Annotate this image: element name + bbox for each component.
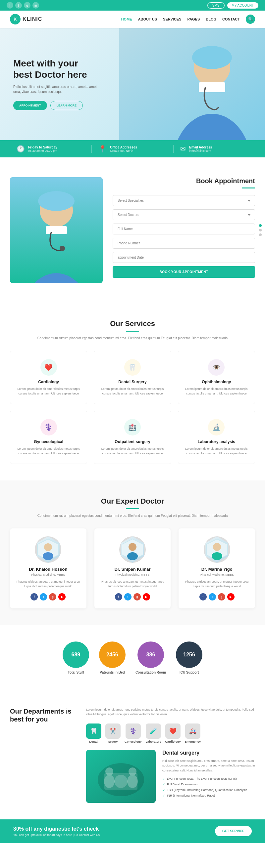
- doctor-title-2: Physical Medicine, MBBS: [100, 573, 166, 576]
- doctor-fb-2[interactable]: f: [115, 593, 122, 600]
- stat-circle-2: 2456: [99, 642, 126, 668]
- linkedin-icon[interactable]: in: [32, 2, 39, 9]
- specialties-select[interactable]: Select Specialties: [113, 195, 255, 206]
- check-icon-1: ✓: [162, 777, 165, 781]
- dept-left: Our Departments is best for you: [10, 707, 76, 803]
- info-email-value: infor@klinic.com: [189, 149, 212, 152]
- facebook-icon[interactable]: f: [7, 2, 13, 9]
- hero-section: Meet with your best Doctor here Ridiculu…: [0, 28, 265, 140]
- doctor-image: [10, 177, 103, 283]
- cta-button[interactable]: GET SERVICE: [215, 826, 252, 836]
- nav-services[interactable]: SERVICES: [163, 17, 181, 21]
- navigation: K KLINIC HOME ABOUT US SERVICES PAGES BL…: [0, 10, 265, 28]
- doctor-avatar-2: [119, 536, 146, 563]
- top-bar: f t g in SMS MY ACCOUNT: [0, 0, 265, 10]
- svg-point-8: [38, 191, 75, 211]
- nav-about[interactable]: ABOUT US: [138, 17, 157, 21]
- nav-blog[interactable]: BLOG: [206, 17, 216, 21]
- info-address-label: Office Addresses: [110, 146, 137, 149]
- appointment-button[interactable]: APPOINTMENT: [13, 101, 47, 110]
- dept-tab-emergency[interactable]: 🚑 Emergency: [185, 723, 201, 743]
- doctor-title-3: Physical Medicine, MBBS: [184, 573, 250, 576]
- svg-point-26: [129, 768, 136, 775]
- dot-2[interactable]: [259, 229, 262, 231]
- service-dental: 🦷 Dental Surgery Lorem ipsum dolor sit a…: [94, 351, 171, 404]
- doctor-gp-3[interactable]: g: [218, 593, 225, 600]
- ophthalmology-icon: 👁️: [208, 359, 224, 376]
- laboratory-tab-label: Laboratory: [146, 740, 161, 743]
- doctor-tw-3[interactable]: t: [209, 593, 216, 600]
- service-ophthalmology-name: Ophthalmology: [184, 380, 249, 384]
- dot-1[interactable]: [259, 224, 262, 227]
- doctor-tw-1[interactable]: t: [40, 593, 47, 600]
- dept-tab-laboratory[interactable]: 🧪 Laboratory: [146, 723, 161, 743]
- hero-title: Meet with your best Doctor here: [13, 58, 99, 80]
- doctor-yt-3[interactable]: ▶: [227, 593, 235, 600]
- surgery-tab-icon: ✂️: [105, 723, 121, 739]
- googleplus-icon[interactable]: g: [24, 2, 30, 9]
- dept-tab-gynecology[interactable]: ⚕️ Gynecology: [125, 723, 142, 743]
- dept-layout: Our Departments is best for you Lorem ip…: [10, 707, 255, 803]
- doctors-select[interactable]: Select Doctors: [113, 209, 255, 220]
- doctor-gp-2[interactable]: g: [133, 593, 141, 600]
- date-input[interactable]: [113, 252, 255, 263]
- stat-label-3: Consultation Room: [135, 671, 166, 674]
- svg-point-27: [127, 775, 138, 788]
- nav-pages[interactable]: PAGES: [187, 17, 200, 21]
- nav-home[interactable]: HOME: [121, 17, 132, 21]
- doctor-card-1: Dr. Khalod Hosson Physical Medicine, MBB…: [10, 528, 86, 609]
- dept-detail: Dental surgery Ridiculus elit amet sagit…: [86, 750, 255, 803]
- dept-right: Lorem ipsum dolor sit amet, nunc sodales…: [86, 707, 255, 803]
- svg-point-23: [114, 775, 128, 788]
- doctor-yt-2[interactable]: ▶: [143, 593, 150, 600]
- doctors-underline: [126, 508, 139, 509]
- dept-feature-4: ✓ INR (International Normalized Ratio): [162, 793, 255, 799]
- clock-icon: 🕐: [17, 145, 25, 153]
- check-icon-4: ✓: [162, 794, 165, 798]
- doctor-desc-2: Phasrus ultrices anrsean, ut metust inte…: [100, 580, 166, 589]
- phone-input[interactable]: [113, 238, 255, 249]
- info-email: ✉ Email Address infor@klinic.com: [174, 145, 255, 153]
- doctor-tw-2[interactable]: t: [124, 593, 132, 600]
- twitter-icon[interactable]: t: [15, 2, 22, 9]
- svg-point-25: [104, 775, 115, 788]
- svg-point-16: [127, 552, 138, 560]
- service-laboratory-name: Laboratory analysis: [184, 439, 249, 444]
- fullname-input[interactable]: [113, 223, 255, 235]
- search-icon[interactable]: 🔍: [246, 14, 255, 24]
- doctors-grid: Dr. Khalod Hosson Physical Medicine, MBB…: [10, 528, 255, 609]
- book-appointment-button[interactable]: BOOK YOUR APPOINTMENT: [113, 266, 255, 278]
- gynecology-tab-label: Gynecology: [125, 740, 142, 743]
- svg-point-24: [105, 768, 113, 775]
- stat-patients: 2456 Pateunts in Bed: [99, 642, 126, 674]
- doctor-desc-1: Phasrus ultrices anrsean, ut metust inte…: [15, 580, 81, 589]
- dept-info: Dental surgery Ridiculus elit amet sagit…: [162, 750, 255, 803]
- dept-tab-cardiology[interactable]: ❤️ Cardiology: [165, 723, 181, 743]
- doctor-fb-1[interactable]: f: [30, 593, 38, 600]
- nav-contact[interactable]: CONTACT: [222, 17, 240, 21]
- doctor-fb-3[interactable]: f: [200, 593, 207, 600]
- doctor-yt-1[interactable]: ▶: [58, 593, 65, 600]
- doctor-name-1: Dr. Khalod Hosson: [15, 567, 81, 572]
- sms-button[interactable]: SMS: [207, 2, 224, 9]
- logo-text: KLINIC: [23, 16, 42, 22]
- dept-tab-dental[interactable]: 🦷 Dental: [86, 723, 101, 743]
- services-section: Our Services Condimentum rutrum placerat…: [0, 303, 265, 480]
- doctor-socials-3: f t g ▶: [184, 593, 250, 600]
- dept-desc: Lorem ipsum dolor sit amet, nunc sodales…: [86, 707, 255, 717]
- svg-rect-4: [199, 82, 225, 92]
- learn-more-button[interactable]: LEARN MORE: [50, 101, 83, 110]
- doctor-card-2: Dr. Shipan Kumar Physical Medicine, MBBS…: [95, 528, 171, 609]
- doctors-subtitle: Condimentum rutrum placerat egestas cond…: [10, 513, 255, 519]
- stat-icu: 1256 ICU Support: [176, 642, 203, 674]
- dot-3[interactable]: [259, 234, 262, 236]
- dept-tab-surgery[interactable]: ✂️ Srgery: [105, 723, 121, 743]
- doctor-avatar-1: [35, 536, 61, 563]
- logo[interactable]: K KLINIC: [10, 14, 42, 25]
- doctor-name-2: Dr. Shipan Kumar: [100, 567, 166, 572]
- account-button[interactable]: MY ACCOUNT: [227, 2, 259, 9]
- info-email-label: Email Address: [189, 146, 212, 149]
- check-icon-3: ✓: [162, 788, 165, 792]
- doctor-gp-1[interactable]: g: [49, 593, 56, 600]
- svg-point-18: [213, 543, 221, 551]
